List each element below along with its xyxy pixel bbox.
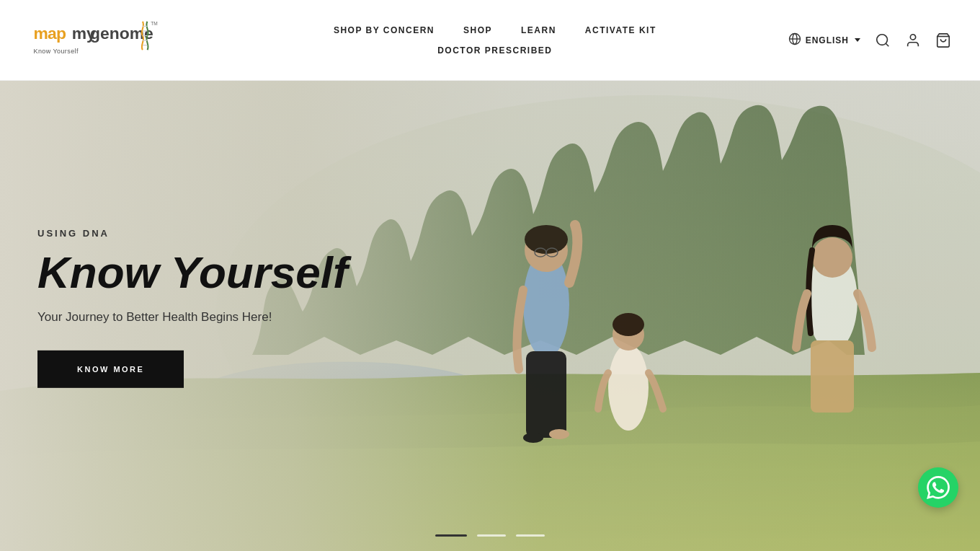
svg-point-24 [525, 225, 568, 254]
svg-point-13 [877, 34, 888, 45]
hero-section: USING DNA Know Yourself Your Journey to … [0, 81, 980, 551]
hero-subtitle: Your Journey to Better Health Begins Her… [37, 310, 348, 325]
svg-point-33 [612, 313, 644, 336]
svg-line-14 [886, 43, 888, 46]
cart-button[interactable] [935, 32, 951, 48]
logo[interactable]: map Know Yourself my genome [29, 14, 159, 67]
nav-shop[interactable]: SHOP [463, 25, 492, 35]
hero-eyebrow: USING DNA [37, 228, 348, 239]
nav-activate-kit[interactable]: ACTIVATE KIT [585, 25, 656, 35]
carousel-dot-3[interactable] [516, 534, 545, 537]
search-button[interactable] [875, 32, 891, 48]
main-nav: SHOP BY CONCERN SHOP LEARN ACTIVATE KIT … [202, 25, 788, 56]
svg-point-29 [523, 433, 543, 443]
chevron-down-icon [855, 38, 860, 42]
svg-rect-28 [526, 351, 566, 438]
svg-text:TM: TM [151, 20, 157, 25]
hero-cta-button[interactable]: KNOW MORE [37, 351, 184, 388]
svg-text:Know Yourself: Know Yourself [34, 48, 79, 55]
carousel-dot-2[interactable] [477, 534, 506, 537]
header-actions: ENGLISH [788, 32, 951, 48]
svg-point-30 [549, 429, 569, 439]
account-button[interactable] [905, 32, 921, 48]
site-header: map Know Yourself my genome [0, 0, 980, 81]
hero-content: USING DNA Know Yourself Your Journey to … [37, 228, 348, 388]
language-selector[interactable]: ENGLISH [788, 32, 860, 48]
whatsapp-button[interactable] [918, 467, 958, 508]
hero-title: Know Yourself [37, 249, 348, 296]
nav-shop-by-concern[interactable]: SHOP BY CONCERN [334, 25, 435, 35]
carousel-dot-1[interactable] [435, 534, 467, 537]
svg-point-36 [812, 237, 852, 278]
nav-learn[interactable]: LEARN [521, 25, 556, 35]
carousel-dots [435, 534, 545, 537]
svg-rect-35 [811, 340, 854, 413]
svg-text:map: map [34, 24, 66, 43]
language-label: ENGLISH [806, 35, 849, 45]
globe-icon [788, 32, 801, 48]
svg-point-15 [910, 34, 915, 39]
nav-doctor-prescribed[interactable]: DOCTOR PRESCRIBED [437, 45, 552, 56]
svg-point-31 [608, 344, 649, 431]
